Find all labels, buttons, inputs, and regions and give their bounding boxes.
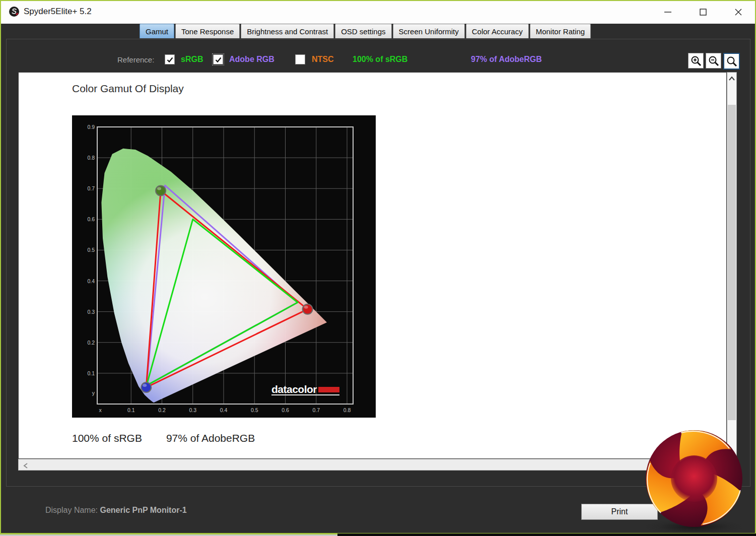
kitguru-logo xyxy=(640,424,748,536)
result-srgb: 100% of sRGB xyxy=(72,432,142,444)
svg-text:y: y xyxy=(92,390,95,396)
svg-text:0.3: 0.3 xyxy=(189,407,196,413)
window-title: Spyder5Elite+ 5.2 xyxy=(24,7,92,17)
bottom-strip-black xyxy=(337,533,756,536)
red-primary-dot xyxy=(303,304,313,314)
adobe-rgb-checkbox-label[interactable]: Adobe RGB xyxy=(229,55,274,64)
tab-color-accuracy[interactable]: Color Accuracy xyxy=(466,24,529,38)
close-button[interactable] xyxy=(727,0,750,24)
svg-text:0.8: 0.8 xyxy=(87,155,95,161)
scroll-left-arrow[interactable] xyxy=(23,462,29,471)
srgb-checkbox-label[interactable]: sRGB xyxy=(181,55,203,64)
svg-text:0.5: 0.5 xyxy=(87,247,95,253)
tab-gamut[interactable]: Gamut xyxy=(140,24,174,38)
svg-text:0.7: 0.7 xyxy=(312,407,320,413)
display-name: Display Name: Generic PnP Monitor-1 xyxy=(45,506,187,515)
app-icon xyxy=(8,6,20,20)
zoom-in-button[interactable] xyxy=(688,53,704,69)
svg-text:0.6: 0.6 xyxy=(87,216,95,222)
adobe-percentage: 97% of AdobeRGB xyxy=(471,55,542,64)
svg-text:0.6: 0.6 xyxy=(282,407,289,413)
reference-label: Reference: xyxy=(117,55,154,64)
maximize-button[interactable] xyxy=(692,0,715,24)
svg-text:0.4: 0.4 xyxy=(87,278,95,284)
svg-text:0.3: 0.3 xyxy=(87,309,95,315)
green-primary-dot xyxy=(156,186,166,196)
svg-text:0.5: 0.5 xyxy=(251,407,258,413)
svg-text:x: x xyxy=(99,407,102,413)
result-adobe: 97% of AdobeRGB xyxy=(166,432,255,444)
svg-text:0.1: 0.1 xyxy=(87,370,95,376)
check-icon xyxy=(166,56,174,63)
svg-text:0.9: 0.9 xyxy=(87,124,95,130)
svg-text:0.4: 0.4 xyxy=(220,407,228,413)
gamut-results: 100% of sRGB97% of AdobeRGB xyxy=(72,432,279,444)
window-border-top xyxy=(0,0,756,1)
minimize-button[interactable] xyxy=(656,0,679,24)
zoom-out-button[interactable] xyxy=(706,53,721,69)
svg-text:0.1: 0.1 xyxy=(127,407,135,413)
tab-brightness-contrast[interactable]: Brightness and Contrast xyxy=(241,24,334,38)
blue-primary-dot xyxy=(141,382,151,392)
adobe-rgb-checkbox[interactable] xyxy=(213,54,223,64)
report-area: Color Gamut Of Display x0.10.20.30.40.50… xyxy=(18,72,727,459)
tab-bar: Gamut Tone Response Brightness and Contr… xyxy=(140,24,591,39)
tab-osd-settings[interactable]: OSD settings xyxy=(335,24,391,38)
ntsc-checkbox[interactable] xyxy=(295,54,305,64)
svg-text:0.7: 0.7 xyxy=(87,185,95,191)
ntsc-checkbox-label[interactable]: NTSC xyxy=(312,55,334,64)
vertical-scrollbar[interactable] xyxy=(727,72,737,459)
chevron-left-icon xyxy=(23,462,29,469)
tab-screen-uniformity[interactable]: Screen Uniformity xyxy=(393,24,465,38)
svg-text:0.2: 0.2 xyxy=(158,407,166,413)
chart-heading: Color Gamut Of Display xyxy=(72,83,184,95)
scroll-up-arrow[interactable] xyxy=(728,75,735,84)
zoom-out-icon xyxy=(708,55,720,67)
svg-text:datacolor: datacolor xyxy=(271,383,317,395)
display-name-value: Generic PnP Monitor-1 xyxy=(100,506,186,514)
magnifier-icon xyxy=(726,55,738,68)
svg-text:0.8: 0.8 xyxy=(343,407,351,413)
zoom-fit-button[interactable] xyxy=(723,53,740,70)
srgb-checkbox[interactable] xyxy=(165,54,175,64)
titlebar: Spyder5Elite+ 5.2 xyxy=(0,0,756,24)
check-icon xyxy=(215,56,222,63)
tab-tone-response[interactable]: Tone Response xyxy=(175,24,240,38)
svg-text:0.2: 0.2 xyxy=(87,340,95,346)
horizontal-scrollbar[interactable] xyxy=(18,459,727,471)
zoom-in-icon xyxy=(690,55,702,67)
display-name-label: Display Name: xyxy=(45,506,98,514)
gamut-chart: x0.10.20.30.40.50.60.70.8y0.10.20.30.40.… xyxy=(72,115,376,418)
tab-monitor-rating[interactable]: Monitor Rating xyxy=(530,24,591,38)
reference-toolbar: Reference: sRGB Adobe RGB NTSC 100% of s… xyxy=(0,50,756,70)
window-border-left xyxy=(0,0,1,536)
chevron-up-icon xyxy=(728,76,735,82)
vertical-scroll-thumb[interactable] xyxy=(728,105,736,420)
srgb-percentage: 100% of sRGB xyxy=(353,55,407,64)
